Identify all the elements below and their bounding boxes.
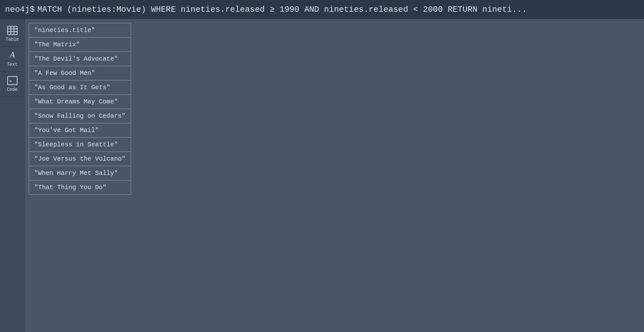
table-row: "The Matrix" [29, 37, 131, 52]
sidebar-item-text[interactable]: A Text [0, 47, 24, 72]
prompt-prefix: neo4j$ [5, 5, 35, 14]
content-area: "nineties.title" "The Matrix""The Devil'… [25, 19, 644, 332]
sidebar-code-label: Code [7, 87, 18, 92]
table-row: "Snow Falling on Cedars" [29, 109, 131, 123]
table-row: "What Dreams May Come" [29, 95, 131, 109]
table-header: "nineties.title" [29, 23, 131, 37]
svg-text:>_: >_ [9, 78, 15, 84]
table-row: "Joe Versus the Volcano" [29, 152, 131, 166]
query-text: MATCH (nineties:Movie) WHERE nineties.re… [37, 5, 527, 14]
table-icon [7, 26, 17, 35]
sidebar-item-code[interactable]: >_ Code [0, 72, 24, 97]
sidebar-item-table[interactable]: Table [0, 22, 24, 47]
text-icon: A [7, 51, 17, 60]
table-row: "Sleepless in Seattle" [29, 137, 131, 152]
table-row: "A Few Good Men" [29, 66, 131, 80]
results-table: "nineties.title" "The Matrix""The Devil'… [29, 23, 131, 195]
top-bar: neo4j$ MATCH (nineties:Movie) WHERE nine… [0, 0, 644, 19]
table-row: "When Harry Met Sally" [29, 166, 131, 180]
table-row: "As Good as It Gets" [29, 80, 131, 95]
sidebar: Table A Text >_ Code [0, 19, 25, 332]
table-row: "You've Got Mail" [29, 123, 131, 137]
sidebar-table-label: Table [5, 37, 19, 42]
main-area: Table A Text >_ Code "nineties.title" " [0, 19, 644, 332]
svg-rect-0 [8, 26, 17, 35]
sidebar-text-label: Text [7, 62, 18, 67]
svg-text:A: A [9, 51, 15, 59]
code-icon: >_ [7, 76, 17, 85]
table-row: "The Devil's Advocate" [29, 52, 131, 66]
table-row: "That Thing You Do" [29, 180, 131, 195]
